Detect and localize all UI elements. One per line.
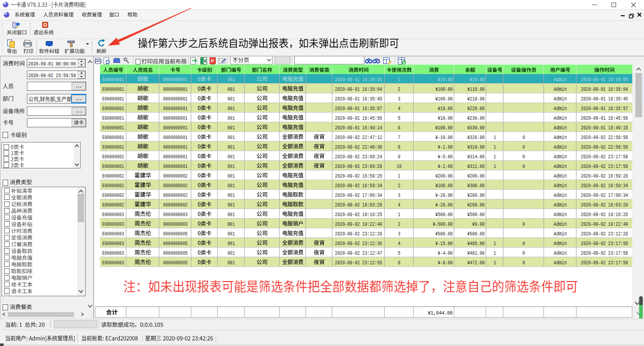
svg-text:¥100.00: ¥100.00 [435,183,453,189]
svg-text:0000000002: 0000000002 [163,183,188,189]
svg-text:0000000001: 0000000001 [163,106,188,112]
svg-text:2020-09-02 19:16:26: 2020-09-02 19:16:26 [581,212,628,218]
svg-text:¥10.00: ¥10.00 [438,115,453,121]
svg-text:¥110.00: ¥110.00 [467,86,485,92]
svg-text:2020-09-01 16:34:55: 2020-09-01 16:34:55 [335,77,382,83]
svg-text:E00000001: E00000001 [103,96,124,102]
svg-text:001: 001 [227,202,235,208]
svg-text:1: 1 [494,240,496,247]
svg-text:0000000001: 0000000001 [163,125,188,131]
svg-text:2020-09-02 23:17:58: 2020-09-02 23:17:58 [581,250,628,256]
svg-text:¥280.00: ¥280.00 [467,192,485,198]
svg-text:E00000002: E00000002 [103,192,124,198]
svg-text:2020-09-02 23:09:28: 2020-09-02 23:09:28 [335,163,382,169]
svg-text:0000000003: 0000000003 [163,212,188,218]
svg-text:E00000002: E00000002 [103,183,124,189]
svg-text:¥-9.00: ¥-9.00 [438,260,453,266]
svg-text:E00000003: E00000003 [103,221,124,227]
svg-text:E00000003: E00000003 [103,212,124,218]
svg-text:001: 001 [227,96,235,102]
svg-text:¥0.00: ¥0.00 [472,221,485,227]
svg-text:2020-09-01 00:00:00: 2020-09-01 00:00:00 [28,60,76,67]
svg-text:¥500.00: ¥500.00 [435,212,453,218]
svg-text:¥210.00: ¥210.00 [467,96,485,102]
svg-text:001: 001 [227,173,235,179]
svg-text:¥-20.00: ¥-20.00 [435,202,453,208]
svg-text:¥230.00: ¥230.00 [467,115,485,121]
svg-text:2020-09-02 23:59:59: 2020-09-02 23:59:59 [28,72,76,79]
svg-text:001: 001 [227,221,235,227]
svg-text:Admin: Admin [554,125,567,131]
svg-text:1: 1 [494,134,496,141]
svg-text:001: 001 [227,250,235,256]
svg-text:0000000005: 0000000005 [163,240,188,247]
svg-text:Admin: Admin [554,77,567,83]
svg-text:Admin: Admin [554,115,567,121]
svg-text:¥10.00: ¥10.00 [438,77,453,83]
svg-text:2020-09-02 23:12:36: 2020-09-02 23:12:36 [335,240,382,247]
svg-text:2020-09-02 23:09:24: 2020-09-02 23:09:24 [335,154,382,160]
svg-text:¥320.00: ¥320.00 [467,134,485,141]
svg-text:8: 8 [398,144,400,150]
svg-text:001: 001 [227,192,235,198]
svg-text:¥260.00: ¥260.00 [467,202,485,208]
svg-text:¥-20.00: ¥-20.00 [435,192,453,198]
svg-text:6: 6 [398,260,400,266]
svg-text:1: 1 [494,154,496,160]
svg-text:¥220.00: ¥220.00 [467,106,485,112]
svg-text:¥481.00: ¥481.00 [467,250,485,256]
svg-text:Admin: Admin [554,96,567,102]
svg-text:¥330.00: ¥330.00 [467,125,485,131]
svg-text:¥-10.00: ¥-10.00 [435,134,453,141]
svg-text:2020-09-02 16:59:34: 2020-09-02 16:59:34 [335,183,382,189]
svg-text:5: 5 [398,250,400,256]
svg-text:4: 4 [398,202,400,208]
svg-text:¥200.00: ¥200.00 [435,173,453,179]
svg-text:E00000001: E00000001 [103,144,124,150]
svg-text:¥500.00: ¥500.00 [467,212,485,218]
svg-text:2020-09-02 18:03:28: 2020-09-02 18:03:28 [335,202,382,208]
svg-text:7: 7 [398,134,400,141]
svg-text:1: 1 [398,212,400,218]
svg-text:2020-09-01 16:35:04: 2020-09-01 16:35:04 [335,86,382,92]
svg-text:2020-09-02 19:16:25: 2020-09-02 19:16:25 [335,212,382,218]
svg-text:2020-09-01 16:34:55: 2020-09-01 16:34:55 [581,77,628,83]
svg-text:Admin: Admin [554,221,567,227]
svg-text:E00000003: E00000003 [103,231,124,237]
svg-text:E00000003: E00000003 [103,240,124,247]
svg-text:1: 1 [398,77,400,83]
svg-text:E00000001: E00000001 [103,115,124,121]
svg-text:2020-09-02 22:48:38: 2020-09-02 22:48:38 [335,144,382,150]
svg-text:0000000001: 0000000001 [163,96,188,102]
svg-text:001: 001 [227,163,235,169]
svg-text:10: 10 [397,163,402,169]
svg-text:¥10.00: ¥10.00 [438,106,453,112]
svg-text:¥100.00: ¥100.00 [435,96,453,102]
svg-text:¥-2.00: ¥-2.00 [438,163,453,169]
svg-text:3: 3 [398,192,400,198]
svg-text:0000000001: 0000000001 [163,115,188,121]
svg-text:6: 6 [398,125,400,131]
svg-text:2020-09-02 22:58:58: 2020-09-02 22:58:58 [581,144,628,150]
svg-text:001: 001 [227,115,235,121]
svg-text:Admin: Admin [554,154,567,160]
svg-text:2020-09-02 17:00:34: 2020-09-02 17:00:34 [581,192,628,198]
svg-text:2020-09-01 16:35:57: 2020-09-01 16:35:57 [581,106,628,112]
svg-text:4: 4 [398,106,400,112]
svg-text:9: 9 [398,154,400,160]
svg-text:001: 001 [227,86,235,92]
svg-text:0000000003: 0000000003 [163,221,188,227]
svg-text:¥472.00: ¥472.00 [467,260,485,266]
svg-text:¥500.00: ¥500.00 [467,231,485,237]
svg-text:¥100.00: ¥100.00 [435,86,453,92]
svg-text:0: 0 [523,144,525,150]
svg-text:0: 0 [523,260,525,266]
svg-text:2020-09-01 16:45:56: 2020-09-01 16:45:56 [581,115,628,121]
svg-text:¥500.00: ¥500.00 [435,231,453,237]
svg-text:E00000001: E00000001 [103,154,124,160]
svg-text:0000000001: 0000000001 [163,134,188,141]
svg-text:1: 1 [494,163,496,169]
svg-text:Admin: Admin [554,260,567,266]
svg-text:001: 001 [227,154,235,160]
svg-text:0: 0 [523,154,525,160]
